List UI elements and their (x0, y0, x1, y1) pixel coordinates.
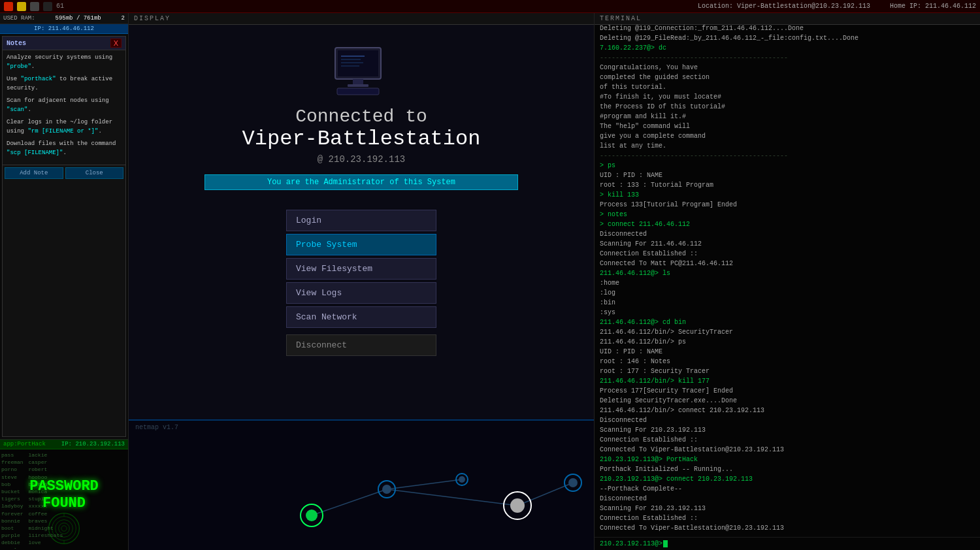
terminal-line: :home (600, 278, 975, 288)
terminal-line: Deleting @129_FileRead:_by_211.46.46.112… (600, 33, 975, 43)
terminal-line: Connection Established :: (600, 435, 975, 445)
notes-title: Notes (7, 40, 26, 47)
terminal-line: Connected To Viper-Battlestation@210.23.… (600, 445, 975, 455)
topbar-title: 61 (56, 3, 64, 10)
location-text: Location: Viper-Battlestation@210.23.192… (698, 3, 870, 10)
terminal-line: > ps (600, 161, 975, 170)
terminal-line: :bin (600, 298, 975, 308)
admin-banner: You are the Administrator of this System (204, 174, 518, 190)
terminal-line: Connected To Viper-Battlestation@210.23.… (600, 523, 975, 533)
note-4: Clear logs in the ~/log folder using "rm… (7, 118, 122, 136)
close-notes-button[interactable]: Close (65, 167, 124, 179)
terminal-line: ----------------------------------------… (600, 53, 975, 63)
terminal-line: list at any time. (600, 141, 975, 151)
notes-buttons: Add Note Close (3, 165, 125, 181)
terminal-panel: TERMINAL Note: the wildcard "*" indicate… (595, 13, 980, 550)
ip-text: IP: 211.46.46.112 (34, 25, 94, 32)
svg-point-3 (59, 523, 70, 534)
menu-buttons: Login Probe System View Filesystem View … (286, 210, 436, 328)
note-5: Download files with the command "scp [FI… (7, 140, 122, 157)
view-filesystem-button[interactable]: View Filesystem (286, 258, 436, 280)
terminal-line: #program and kill it.# (600, 112, 975, 121)
terminal-line: root : 146 : Notes (600, 357, 975, 366)
computer-icon (332, 44, 391, 100)
ram-label: USED RAM: (3, 15, 35, 22)
terminal-line: 211.46.46.112@> ls (600, 268, 975, 278)
notes-close-button[interactable]: X (110, 39, 122, 48)
network-node[interactable] (378, 480, 396, 498)
home-ip-text: Home IP: 211.46.46.112 (890, 3, 976, 10)
terminal-line: 210.23.192.113@> connect 210.23.192.113 (600, 474, 975, 484)
terminal-prompt: 210.23.192.113@> (600, 540, 662, 547)
terminal-line: Disconnected (600, 229, 975, 239)
terminal-line: Scanning For 211.46.46.112 (600, 239, 975, 249)
fingerprint-icon (48, 512, 80, 545)
extra-btn[interactable] (43, 2, 52, 11)
password-found-text: PASSWORDFOUND (29, 477, 99, 512)
note-2: Use "porthack" to break active security. (7, 75, 122, 93)
terminal-line: 211.46.46.112/bin/> SecurityTracer (600, 327, 975, 337)
note-3: Scan for adjacent nodes using "scan". (7, 97, 122, 114)
left-panel: USED RAM: 595mb / 761mb 2 IP: 211.46.46.… (0, 13, 129, 550)
svg-point-0 (49, 513, 80, 544)
terminal-line: Disconnected (600, 415, 975, 425)
terminal-line: Scanning For 210.23.192.113 (600, 504, 975, 513)
network-node-inner (510, 498, 525, 513)
terminal-line: :sys (600, 308, 975, 317)
topbar-location: Location: Viper-Battlestation@210.23.192… (698, 3, 976, 10)
terminal-line: Deleting @119_Connection:_from_211.46.46… (600, 25, 975, 33)
connected-to-label: Connected to (295, 106, 427, 127)
app-name: app:PortHack (3, 441, 46, 447)
network-node-inner (306, 510, 318, 521)
ram-count: 2 (122, 15, 125, 22)
network-node-inner (382, 485, 391, 494)
network-node[interactable] (503, 491, 532, 520)
app-bar: app:PortHack IP: 210.23.192.113 (0, 440, 128, 449)
password-cracker: app:PortHack IP: 210.23.192.113 passfree… (0, 439, 128, 550)
scan-network-button[interactable]: Scan Network (286, 306, 436, 328)
netmap-label: netmap v1.7 (135, 424, 178, 431)
add-note-button[interactable]: Add Note (5, 167, 63, 179)
terminal-line: Porthack Initialized -- Running... (600, 464, 975, 474)
network-node[interactable] (564, 474, 582, 492)
network-node-inner (459, 476, 465, 483)
middle-panel: DISPLAY (129, 13, 595, 550)
disconnect-button[interactable]: Disconnect (286, 334, 436, 356)
terminal-line: Scanning For 210.23.192.113 (600, 425, 975, 435)
view-logs-button[interactable]: View Logs (286, 282, 436, 304)
svg-rect-8 (338, 50, 378, 76)
display-area: Connected to Viper-Battlestation @ 210.2… (129, 25, 594, 419)
settings-btn[interactable] (30, 2, 39, 11)
svg-point-1 (52, 517, 76, 541)
login-button[interactable]: Login (286, 210, 436, 231)
terminal-line: Process 133[Tutorial Program] Ended (600, 200, 975, 210)
minimize-btn[interactable] (17, 2, 26, 11)
terminal-line: :log (600, 288, 975, 298)
network-node[interactable] (300, 504, 323, 527)
network-map: netmap v1.7 (129, 419, 594, 550)
ip-bar: IP: 211.46.46.112 (0, 24, 128, 34)
terminal-output: Note: the wildcard "*" indicates"All".--… (595, 25, 980, 537)
password-found-overlay: PASSWORDFOUND (29, 477, 99, 512)
network-edges (129, 421, 594, 550)
network-node-inner (568, 478, 578, 487)
app-ip: IP: 210.23.192.113 (61, 441, 125, 447)
ram-value: 595mb / 761mb (55, 15, 101, 22)
terminal-line: --Porthack Complete-- (600, 484, 975, 494)
topbar-controls: 61 (4, 2, 64, 11)
terminal-line: give you a complete command (600, 131, 975, 141)
terminal-line: completed the guided section (600, 73, 975, 82)
ram-bar: USED RAM: 595mb / 761mb 2 (0, 13, 128, 24)
main-layout: USED RAM: 595mb / 761mb 2 IP: 211.46.46.… (0, 13, 980, 550)
terminal-line: 211.46.46.112/bin/> connect 210.23.192.1… (600, 406, 975, 415)
close-btn[interactable] (4, 2, 13, 11)
terminal-header: TERMINAL (595, 13, 980, 25)
terminal-line: root : 133 : Tutorial Program (600, 180, 975, 190)
terminal-line: Disconnected (600, 494, 975, 504)
svg-point-4 (61, 526, 67, 531)
svg-rect-14 (348, 84, 368, 87)
connected-ip: @ 210.23.192.113 (318, 154, 405, 165)
probe-system-button[interactable]: Probe System (286, 234, 436, 255)
network-node[interactable] (455, 473, 468, 486)
notes-header: Notes X (3, 37, 125, 50)
